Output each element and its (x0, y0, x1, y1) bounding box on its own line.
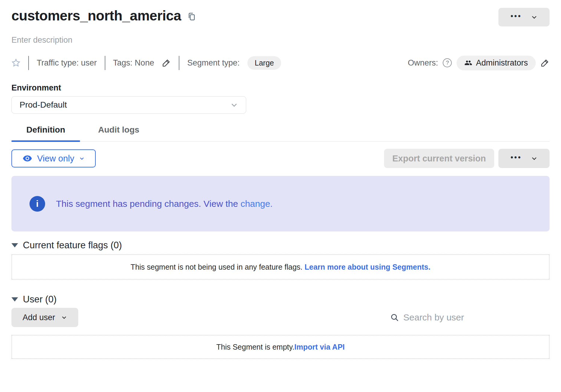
chevron-down-icon (61, 314, 67, 320)
tags-label: Tags: None (113, 58, 154, 68)
pending-changes-banner: i This segment has pending changes. View… (11, 176, 550, 231)
meta-left: Traffic type: user Tags: None Segment ty… (11, 56, 281, 70)
view-only-button[interactable]: View only (11, 149, 96, 167)
traffic-type-label: Traffic type: user (37, 58, 97, 68)
user-controls-row: Add user (11, 308, 550, 327)
environment-label: Environment (11, 83, 550, 93)
eye-icon (23, 154, 32, 163)
caret-down-icon (11, 297, 18, 302)
owners-label: Owners: (408, 58, 438, 68)
definition-more-menu-button[interactable]: ••• (498, 149, 550, 168)
feature-flags-section-title: Current feature flags (0) (23, 240, 122, 251)
import-via-api-link[interactable]: Import via API (294, 343, 345, 351)
ellipsis-icon: ••• (510, 154, 522, 163)
divider (179, 56, 179, 70)
add-user-label: Add user (23, 313, 55, 322)
ellipsis-icon: ••• (510, 12, 522, 22)
caret-down-icon (11, 243, 18, 247)
search-by-user-input[interactable] (403, 312, 550, 323)
header: customers_north_america ••• (11, 8, 550, 26)
flags-empty-text: This segment is not being used in any fe… (131, 263, 305, 271)
title-group: customers_north_america (11, 8, 196, 24)
help-icon[interactable]: ? (443, 58, 452, 67)
meta-row: Traffic type: user Tags: None Segment ty… (11, 56, 550, 70)
search-icon (390, 313, 399, 322)
export-current-version-button[interactable]: Export current version (384, 149, 494, 168)
chevron-down-icon (531, 14, 538, 20)
tab-definition[interactable]: Definition (11, 125, 80, 141)
user-search (390, 312, 550, 323)
learn-more-link[interactable]: Learn more about using Segments. (305, 263, 430, 271)
environment-select[interactable]: Prod-Default (11, 96, 246, 114)
user-section-toggle[interactable]: User (0) (11, 294, 550, 305)
people-icon (464, 59, 472, 67)
header-more-menu-button[interactable]: ••• (498, 8, 550, 26)
description-placeholder[interactable]: Enter description (11, 35, 550, 45)
banner-text: This segment has pending changes. View t… (56, 199, 240, 209)
add-user-button[interactable]: Add user (11, 308, 78, 327)
chevron-down-icon (79, 156, 85, 161)
divider (28, 56, 29, 70)
view-change-link[interactable]: change. (240, 199, 273, 209)
chevron-down-icon (531, 155, 538, 162)
owners-value: Administrators (476, 58, 528, 68)
chevron-down-icon (230, 101, 238, 109)
divider (105, 56, 105, 70)
user-empty-text: This Segment is empty. (216, 343, 294, 351)
actions-row: View only Export current version ••• (11, 149, 550, 168)
edit-owners-icon[interactable] (541, 58, 550, 67)
actions-right: Export current version ••• (384, 149, 550, 168)
owners-group: Owners: ? Administrators (408, 56, 550, 70)
page-title: customers_north_america (11, 8, 181, 24)
segment-type-badge: Large (247, 56, 281, 70)
view-only-label: View only (37, 154, 74, 164)
copy-icon[interactable] (187, 12, 196, 21)
segment-detail-page: customers_north_america ••• Enter descri… (0, 8, 561, 359)
user-empty-state: This Segment is empty.Import via API (11, 335, 550, 359)
tab-audit-logs[interactable]: Audit logs (98, 125, 139, 141)
owners-badge[interactable]: Administrators (457, 56, 536, 70)
info-icon: i (29, 196, 45, 212)
environment-selected-value: Prod-Default (20, 100, 67, 110)
user-section-title: User (0) (23, 294, 57, 305)
edit-tags-icon[interactable] (162, 58, 171, 67)
tab-bar: Definition Audit logs (11, 125, 550, 142)
banner-message: This segment has pending changes. View t… (56, 199, 273, 209)
feature-flags-section-toggle[interactable]: Current feature flags (0) (11, 240, 550, 251)
star-icon[interactable] (11, 58, 20, 67)
segment-type-label: Segment type: (187, 58, 240, 68)
feature-flags-empty-state: This segment is not being used in any fe… (11, 254, 550, 280)
